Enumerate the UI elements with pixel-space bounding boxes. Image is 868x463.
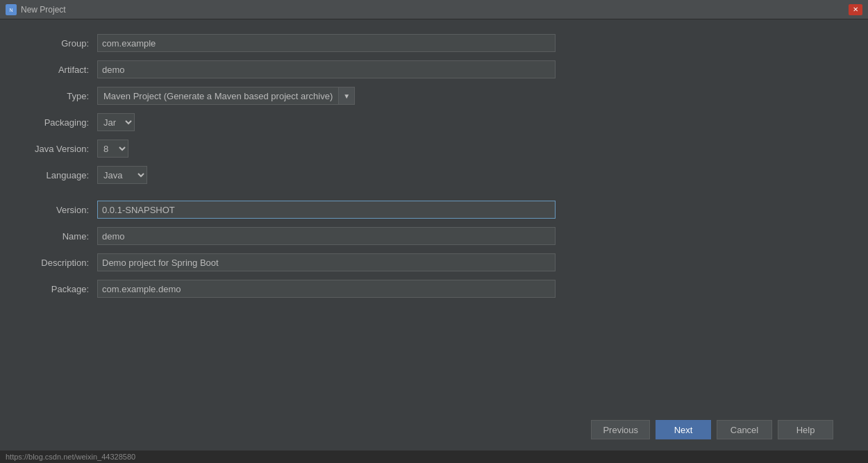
version-row: Version: (21, 200, 847, 219)
svg-text:N: N (9, 8, 12, 12)
version-input[interactable] (97, 201, 556, 219)
name-row: Name: (21, 226, 847, 246)
packaging-select-wrapper: Jar War (97, 113, 135, 131)
close-button[interactable]: ✕ (849, 4, 862, 15)
version-label: Version: (21, 205, 97, 215)
cancel-button[interactable]: Cancel (717, 420, 772, 439)
group-row: Group: (21, 33, 847, 53)
bottom-bar: Previous Next Cancel Help (21, 410, 847, 449)
description-input[interactable] (97, 253, 556, 271)
language-select-wrapper: Java Kotlin Groovy (97, 166, 147, 184)
url-bar: https://blog.csdn.net/weixin_44328580 (0, 451, 868, 463)
name-label: Name: (21, 231, 97, 242)
new-project-window: N New Project ✕ Group: Artifact: (0, 0, 868, 463)
app-icon: N (6, 4, 17, 15)
packaging-row: Packaging: Jar War (21, 112, 847, 132)
package-label: Package: (21, 284, 97, 294)
package-row: Package: (21, 279, 847, 298)
window-title: New Project (21, 5, 66, 15)
package-input[interactable] (97, 280, 556, 298)
previous-button[interactable]: Previous (591, 420, 650, 439)
packaging-select[interactable]: Jar War (97, 113, 135, 131)
url-text: https://blog.csdn.net/weixin_44328580 (6, 453, 135, 461)
form-area: Group: Artifact: Type: Maven Project (Ge… (21, 33, 847, 410)
java-version-select[interactable]: 8 11 17 (97, 140, 128, 158)
main-content: Group: Artifact: Type: Maven Project (Ge… (0, 19, 868, 463)
next-button[interactable]: Next (656, 420, 711, 439)
type-select-text: Maven Project (Generate a Maven based pr… (97, 87, 338, 105)
divider (21, 192, 847, 200)
description-label: Description: (21, 258, 97, 268)
type-dropdown-button[interactable]: ▼ (338, 87, 355, 105)
title-bar: N New Project ✕ (0, 0, 868, 19)
artifact-label: Artifact: (21, 65, 97, 75)
java-version-select-wrapper: 8 11 17 (97, 140, 128, 158)
artifact-row: Artifact: (21, 60, 847, 79)
java-version-label: Java Version: (21, 144, 97, 154)
type-label: Type: (21, 91, 97, 101)
packaging-label: Packaging: (21, 117, 97, 128)
artifact-input[interactable] (97, 60, 556, 78)
type-row: Type: Maven Project (Generate a Maven ba… (21, 86, 847, 106)
type-select-wrapper: Maven Project (Generate a Maven based pr… (97, 87, 355, 105)
java-version-row: Java Version: 8 11 17 (21, 139, 847, 158)
title-bar-left: N New Project (6, 4, 66, 15)
language-row: Language: Java Kotlin Groovy (21, 165, 847, 185)
group-label: Group: (21, 38, 97, 49)
language-label: Language: (21, 170, 97, 180)
help-button[interactable]: Help (778, 420, 833, 439)
language-select[interactable]: Java Kotlin Groovy (97, 166, 147, 184)
group-input[interactable] (97, 34, 556, 52)
description-row: Description: (21, 253, 847, 272)
name-input[interactable] (97, 227, 556, 245)
